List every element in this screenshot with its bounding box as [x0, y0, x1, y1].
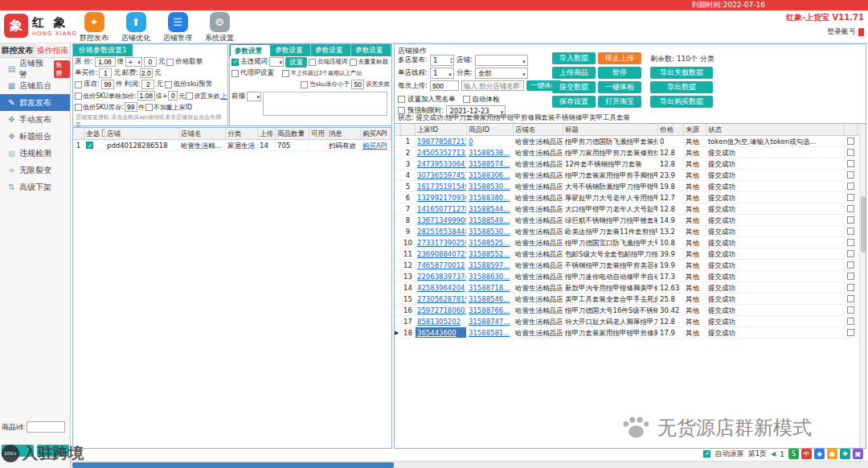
sidebar-item[interactable]: ✎ 群发发布 — [0, 94, 70, 111]
ops-button[interactable]: 一键体检 — [598, 81, 641, 93]
vertical-scrollbar[interactable] — [859, 124, 866, 448]
low-sku-stock-checkbox[interactable] — [75, 104, 82, 111]
upload-link[interactable]: 上传 — [220, 92, 227, 101]
params-tab[interactable]: 参数设置1 — [230, 44, 271, 56]
product-row[interactable]: 8 136713499908 31588549... 哈雷生活精品店 绿巨航不锈… — [395, 215, 866, 226]
supplier-id-link[interactable]: 74658770012 — [416, 260, 467, 270]
multi-store-spinner[interactable]: 1 — [430, 55, 454, 66]
product-id-link[interactable]: 31588530... — [467, 181, 514, 191]
row-checkbox[interactable] — [847, 160, 854, 167]
no-supplier-id-checkbox[interactable] — [145, 104, 153, 111]
product-id-link[interactable]: 31588581... — [467, 327, 514, 338]
product-id-link[interactable]: 31588544... — [467, 203, 514, 214]
ops-button[interactable]: 导入数据 — [552, 52, 596, 64]
supplier-id-link[interactable]: 247395330641 — [416, 158, 467, 169]
product-id-link[interactable]: 31588538... — [467, 147, 514, 158]
scrollbar-thumb[interactable] — [72, 462, 394, 468]
supplier-id-link[interactable]: 136713499908 — [416, 215, 467, 225]
tray-icon[interactable]: 中 — [801, 449, 812, 459]
product-row[interactable]: 17 8581305202 31588747... 哈雷生活精品店 特大开口趾大… — [395, 316, 866, 327]
row-checkbox[interactable] — [847, 183, 854, 190]
row-checkbox[interactable] — [847, 306, 854, 314]
supplier-id-link[interactable]: 220638397374 — [416, 271, 467, 281]
supplier-id-link[interactable]: 282516538448 — [416, 226, 467, 236]
supplier-id-link[interactable]: 273317390259 — [416, 237, 467, 248]
sidebar-item[interactable]: ▤ 店铺预警 免费 — [0, 60, 70, 77]
row-checkbox[interactable] — [847, 295, 854, 302]
row-checkbox[interactable] — [847, 273, 854, 280]
product-row[interactable]: 10 273317390259 31588525... 哈雷生活精品店 指甲刀德… — [395, 237, 866, 248]
sidebar-item[interactable]: ⇅ 高级下架 — [0, 179, 70, 195]
product-row[interactable]: 2 245053527133 31588538... 哈雷生活精品店 指甲刀家用… — [395, 147, 866, 158]
store-select[interactable] — [475, 55, 528, 66]
export-button[interactable]: 导出数据 — [650, 81, 713, 93]
low-sku-stock-input[interactable] — [125, 102, 137, 112]
sidebar-item[interactable]: ◎ 违规检测 — [0, 145, 70, 162]
product-row[interactable]: 9 282516538448 31588530... 哈雷生活精品店 欧美达指甲… — [395, 226, 866, 237]
product-row[interactable]: 1 198778587215 0 哈雷生活精品店 指甲剪刀德国防飞溅指甲套装指甲… — [395, 136, 866, 147]
sidebar-item[interactable]: ▦ 店铺后台 — [0, 77, 70, 94]
postage-input[interactable] — [140, 68, 153, 78]
toolbar-button[interactable]: ⬆ 店铺优化 — [117, 12, 154, 43]
product-id-link[interactable]: 31588380... — [467, 192, 514, 203]
stock-input[interactable] — [101, 80, 114, 89]
product-id-link[interactable]: 31588552... — [467, 248, 514, 259]
product-row[interactable]: 4 307365597457 31588306... 哈雷生活精品店 指甲刀套装… — [395, 170, 866, 181]
row-checkbox[interactable] — [847, 216, 854, 224]
sidebar-item[interactable]: ✥ 手动发布 — [0, 111, 70, 128]
supplier-id-link[interactable]: 161735191549 — [416, 181, 467, 191]
low-sku-mult-input[interactable] — [137, 91, 155, 101]
product-id-link[interactable]: 31588546... — [467, 294, 514, 304]
row-checkbox[interactable] — [847, 284, 854, 291]
params-tab[interactable]: 参数设置4 — [351, 44, 391, 56]
supplier-id-link[interactable]: 245053527133 — [416, 147, 467, 158]
toolbar-button[interactable]: ☰ 店铺管理 — [159, 12, 196, 43]
profit-input[interactable] — [141, 80, 154, 89]
proxy-ip-checkbox[interactable] — [231, 70, 239, 77]
tray-icon[interactable]: ◆ — [814, 449, 825, 459]
low-sku-warn-checkbox[interactable] — [165, 81, 172, 88]
store-name-filter-input[interactable] — [461, 80, 524, 91]
per-upload-input[interactable] — [430, 80, 459, 91]
set-button[interactable]: 设置 — [285, 57, 307, 68]
sku-stock-below-checkbox[interactable] — [301, 81, 308, 88]
low-sku-add-input[interactable] — [168, 91, 178, 101]
product-row[interactable]: 6 132992170930 31588380... 哈雷生活精品店 厚硬趾甲刀… — [395, 192, 866, 203]
product-row[interactable]: 5 161735191549 31588530... 哈雷生活精品店 大号不锈钢… — [395, 181, 866, 192]
product-id-link[interactable]: 31588766... — [467, 305, 514, 315]
product-row[interactable]: 7 141650771278 31588544... 哈雷生活精品店 大口指甲钳… — [395, 203, 866, 215]
price-multiplier-input[interactable] — [95, 57, 116, 67]
buy-api-link[interactable]: 购买API — [361, 140, 391, 150]
supplier-id-link[interactable]: 259727180601 — [416, 305, 467, 315]
row-checkbox[interactable] — [847, 261, 854, 269]
toolbar-button[interactable]: ⚙ 系统设置 — [201, 12, 238, 43]
login-account-label[interactable]: 登录账号 — [827, 27, 856, 37]
sidebar-item[interactable]: ∞ 无限裂变 — [0, 162, 70, 179]
single-price-input[interactable] — [99, 68, 112, 78]
product-id-link[interactable]: 31588574... — [467, 158, 514, 169]
prefix-textarea[interactable] — [263, 92, 387, 116]
prev-page-arrow[interactable]: ◀ — [771, 450, 776, 458]
supplier-id-link[interactable]: 236908840725 — [416, 248, 467, 259]
spec-limit-checkbox[interactable] — [282, 70, 289, 77]
row-checkbox[interactable] — [847, 239, 854, 246]
product-id-input[interactable] — [27, 421, 65, 433]
supplier-id-link[interactable]: 273056287819 — [416, 294, 467, 304]
product-row[interactable]: 12 74658770012 31588597... 哈雷生活精品店 不锈钢指甲… — [395, 260, 866, 271]
params-tab[interactable]: 参数设置3 — [311, 44, 351, 56]
invalidate-checkbox[interactable] — [186, 92, 193, 100]
row-checkbox[interactable] — [847, 250, 854, 257]
single-thread-select[interactable]: 1 — [430, 68, 454, 79]
ops-button[interactable]: 暂停 — [598, 67, 641, 79]
ops-button[interactable]: 上传商品 — [552, 67, 596, 79]
supplier-id-link[interactable]: 42583964204 — [416, 282, 467, 293]
tray-icon[interactable]: S — [788, 449, 799, 459]
price-round-checkbox[interactable] — [166, 59, 174, 66]
product-id-link[interactable]: 31588306... — [467, 170, 514, 180]
sku-threshold-input[interactable] — [351, 80, 364, 89]
banned-words-select[interactable] — [269, 57, 284, 67]
store-row[interactable]: 1 pdd40128286518 哈雷生活精... 家居生活 14 705 扫码… — [73, 140, 391, 151]
tray-icon[interactable]: ▣ — [853, 449, 863, 459]
row-checkbox[interactable] — [847, 205, 854, 212]
product-row[interactable]: 15 273056287819 31588546... 哈雷生活精品店 美甲工具… — [395, 294, 866, 305]
